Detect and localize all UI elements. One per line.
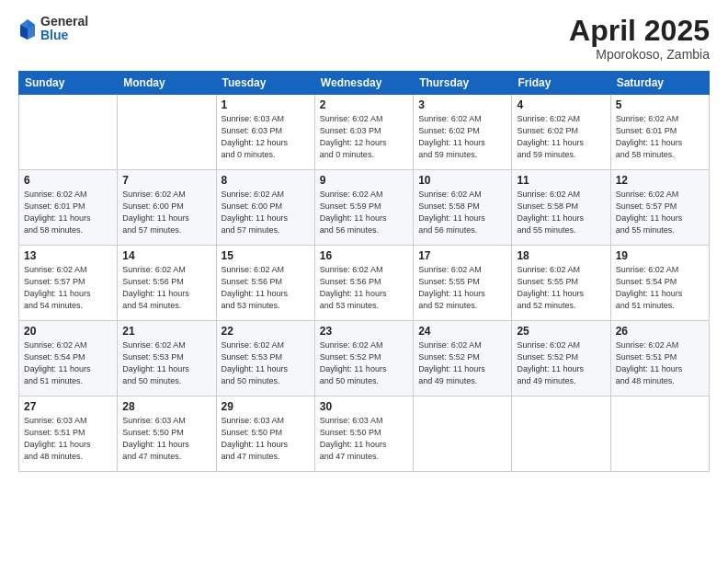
day-number: 24	[418, 325, 506, 338]
col-sunday: Sunday	[19, 72, 118, 95]
calendar-cell	[414, 396, 512, 472]
day-number: 26	[616, 325, 704, 338]
calendar-header-row: Sunday Monday Tuesday Wednesday Thursday…	[19, 72, 710, 95]
day-info: Sunrise: 6:02 AM Sunset: 6:02 PM Dayligh…	[517, 113, 605, 161]
calendar-cell: 23Sunrise: 6:02 AM Sunset: 5:52 PM Dayli…	[314, 321, 413, 396]
day-info: Sunrise: 6:02 AM Sunset: 5:56 PM Dayligh…	[122, 264, 210, 312]
day-number: 29	[222, 400, 310, 413]
day-number: 22	[222, 325, 310, 338]
calendar-cell: 18Sunrise: 6:02 AM Sunset: 5:55 PM Dayli…	[512, 246, 610, 321]
day-info: Sunrise: 6:02 AM Sunset: 5:58 PM Dayligh…	[418, 189, 506, 236]
calendar-cell: 27Sunrise: 6:03 AM Sunset: 5:51 PM Dayli…	[19, 396, 118, 472]
day-info: Sunrise: 6:02 AM Sunset: 5:51 PM Dayligh…	[616, 339, 704, 387]
calendar-week-3: 13Sunrise: 6:02 AM Sunset: 5:57 PM Dayli…	[19, 246, 710, 321]
calendar-cell	[19, 95, 118, 170]
calendar-cell	[512, 396, 610, 472]
calendar-week-2: 6Sunrise: 6:02 AM Sunset: 6:01 PM Daylig…	[19, 170, 710, 246]
day-number: 16	[320, 249, 408, 262]
day-info: Sunrise: 6:03 AM Sunset: 5:50 PM Dayligh…	[320, 415, 408, 463]
day-number: 6	[24, 174, 112, 187]
day-number: 10	[418, 174, 506, 187]
day-number: 1	[222, 98, 310, 111]
day-info: Sunrise: 6:03 AM Sunset: 5:50 PM Dayligh…	[122, 415, 210, 463]
logo-blue-text: Blue	[40, 29, 88, 42]
day-info: Sunrise: 6:02 AM Sunset: 5:57 PM Dayligh…	[24, 264, 112, 312]
day-info: Sunrise: 6:02 AM Sunset: 5:54 PM Dayligh…	[24, 339, 112, 387]
calendar-cell: 17Sunrise: 6:02 AM Sunset: 5:55 PM Dayli…	[414, 246, 512, 321]
calendar-cell: 10Sunrise: 6:02 AM Sunset: 5:58 PM Dayli…	[414, 170, 512, 246]
calendar-cell: 24Sunrise: 6:02 AM Sunset: 5:52 PM Dayli…	[414, 321, 512, 396]
day-info: Sunrise: 6:02 AM Sunset: 5:56 PM Dayligh…	[320, 264, 408, 312]
calendar-cell: 22Sunrise: 6:02 AM Sunset: 5:53 PM Dayli…	[216, 321, 314, 396]
calendar-cell: 20Sunrise: 6:02 AM Sunset: 5:54 PM Dayli…	[19, 321, 118, 396]
day-number: 12	[616, 174, 704, 187]
calendar-cell: 29Sunrise: 6:03 AM Sunset: 5:50 PM Dayli…	[216, 396, 314, 472]
day-number: 13	[24, 249, 112, 262]
calendar-week-5: 27Sunrise: 6:03 AM Sunset: 5:51 PM Dayli…	[19, 396, 710, 472]
day-number: 21	[122, 325, 210, 338]
day-number: 4	[517, 98, 605, 111]
day-number: 15	[222, 249, 310, 262]
calendar-cell: 5Sunrise: 6:02 AM Sunset: 6:01 PM Daylig…	[610, 95, 709, 170]
day-number: 3	[418, 98, 506, 111]
day-info: Sunrise: 6:02 AM Sunset: 5:58 PM Dayligh…	[517, 189, 605, 236]
calendar-cell: 3Sunrise: 6:02 AM Sunset: 6:02 PM Daylig…	[414, 95, 512, 170]
day-info: Sunrise: 6:02 AM Sunset: 5:53 PM Dayligh…	[222, 339, 310, 387]
day-info: Sunrise: 6:02 AM Sunset: 6:01 PM Dayligh…	[24, 189, 112, 236]
day-info: Sunrise: 6:02 AM Sunset: 5:52 PM Dayligh…	[517, 339, 605, 387]
day-info: Sunrise: 6:03 AM Sunset: 6:03 PM Dayligh…	[222, 113, 310, 161]
day-info: Sunrise: 6:02 AM Sunset: 5:52 PM Dayligh…	[320, 339, 408, 387]
col-thursday: Thursday	[414, 72, 512, 95]
calendar-cell: 2Sunrise: 6:02 AM Sunset: 6:03 PM Daylig…	[314, 95, 413, 170]
day-number: 28	[122, 400, 210, 413]
day-number: 11	[517, 174, 605, 187]
page: General Blue April 2025 Mporokoso, Zambi…	[0, 0, 728, 563]
calendar-cell: 1Sunrise: 6:03 AM Sunset: 6:03 PM Daylig…	[216, 95, 314, 170]
day-info: Sunrise: 6:02 AM Sunset: 5:56 PM Dayligh…	[222, 264, 310, 312]
logo: General Blue	[18, 15, 88, 43]
day-info: Sunrise: 6:02 AM Sunset: 5:55 PM Dayligh…	[517, 264, 605, 312]
calendar-cell: 8Sunrise: 6:02 AM Sunset: 6:00 PM Daylig…	[216, 170, 314, 246]
day-info: Sunrise: 6:02 AM Sunset: 6:00 PM Dayligh…	[222, 189, 310, 236]
day-number: 30	[320, 400, 408, 413]
day-info: Sunrise: 6:02 AM Sunset: 5:52 PM Dayligh…	[418, 339, 506, 387]
col-saturday: Saturday	[610, 72, 709, 95]
logo-icon	[18, 17, 37, 40]
calendar-cell: 9Sunrise: 6:02 AM Sunset: 5:59 PM Daylig…	[314, 170, 413, 246]
day-number: 14	[122, 249, 210, 262]
calendar-cell: 28Sunrise: 6:03 AM Sunset: 5:50 PM Dayli…	[118, 396, 216, 472]
calendar-cell: 25Sunrise: 6:02 AM Sunset: 5:52 PM Dayli…	[512, 321, 610, 396]
calendar-cell: 13Sunrise: 6:02 AM Sunset: 5:57 PM Dayli…	[19, 246, 118, 321]
day-number: 8	[222, 174, 310, 187]
calendar-cell: 4Sunrise: 6:02 AM Sunset: 6:02 PM Daylig…	[512, 95, 610, 170]
calendar-week-1: 1Sunrise: 6:03 AM Sunset: 6:03 PM Daylig…	[19, 95, 710, 170]
calendar-cell: 26Sunrise: 6:02 AM Sunset: 5:51 PM Dayli…	[610, 321, 709, 396]
day-number: 20	[24, 325, 112, 338]
calendar-cell: 7Sunrise: 6:02 AM Sunset: 6:00 PM Daylig…	[118, 170, 216, 246]
day-number: 18	[517, 249, 605, 262]
col-monday: Monday	[118, 72, 216, 95]
col-tuesday: Tuesday	[216, 72, 314, 95]
day-info: Sunrise: 6:02 AM Sunset: 6:03 PM Dayligh…	[320, 113, 408, 161]
logo-general-text: General	[40, 15, 88, 29]
day-number: 5	[616, 98, 704, 111]
calendar-cell: 30Sunrise: 6:03 AM Sunset: 5:50 PM Dayli…	[314, 396, 413, 472]
day-info: Sunrise: 6:03 AM Sunset: 5:51 PM Dayligh…	[24, 415, 112, 463]
calendar-cell	[610, 396, 709, 472]
col-wednesday: Wednesday	[314, 72, 413, 95]
day-number: 7	[122, 174, 210, 187]
day-number: 17	[418, 249, 506, 262]
calendar-week-4: 20Sunrise: 6:02 AM Sunset: 5:54 PM Dayli…	[19, 321, 710, 396]
col-friday: Friday	[512, 72, 610, 95]
day-info: Sunrise: 6:02 AM Sunset: 5:54 PM Dayligh…	[616, 264, 704, 312]
calendar-cell	[118, 95, 216, 170]
day-info: Sunrise: 6:02 AM Sunset: 5:57 PM Dayligh…	[616, 189, 704, 236]
day-info: Sunrise: 6:02 AM Sunset: 5:59 PM Dayligh…	[320, 189, 408, 236]
calendar-cell: 6Sunrise: 6:02 AM Sunset: 6:01 PM Daylig…	[19, 170, 118, 246]
day-info: Sunrise: 6:02 AM Sunset: 5:55 PM Dayligh…	[418, 264, 506, 312]
day-number: 23	[320, 325, 408, 338]
month-title: April 2025	[569, 15, 710, 47]
day-info: Sunrise: 6:02 AM Sunset: 6:02 PM Dayligh…	[418, 113, 506, 161]
calendar-cell: 12Sunrise: 6:02 AM Sunset: 5:57 PM Dayli…	[610, 170, 709, 246]
calendar-cell: 21Sunrise: 6:02 AM Sunset: 5:53 PM Dayli…	[118, 321, 216, 396]
